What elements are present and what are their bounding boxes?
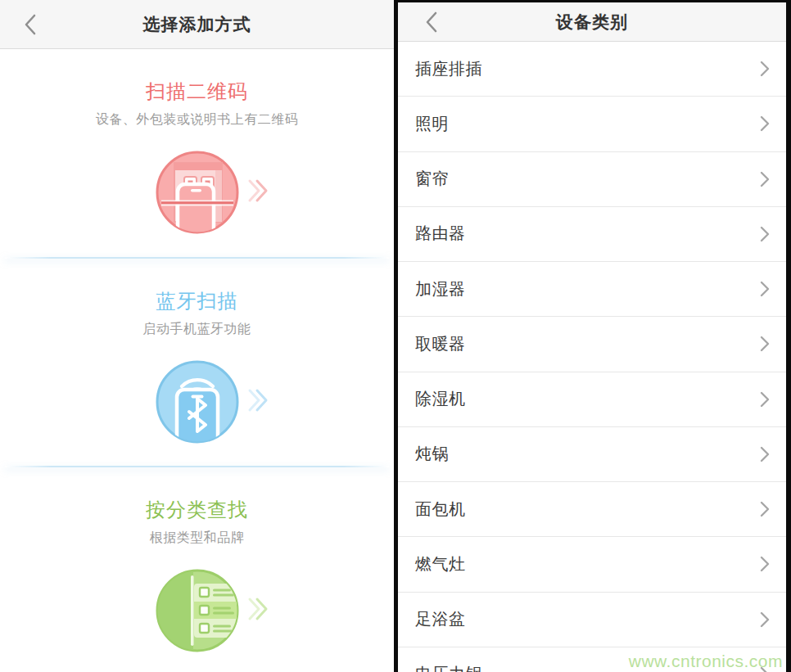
back-button[interactable] — [418, 2, 445, 41]
page-title: 选择添加方式 — [143, 13, 251, 36]
list-item-heater[interactable]: 取暖器 — [398, 317, 786, 372]
list-item-gas-stove[interactable]: 燃气灶 — [398, 537, 786, 592]
chevron-right-icon — [760, 501, 770, 517]
qr-method-subtitle: 设备、外包装或说明书上有二维码 — [96, 110, 299, 129]
list-item-dehumidifier[interactable]: 除湿机 — [398, 372, 786, 427]
device-category-list: 插座排插 照明 窗帘 路由器 — [398, 42, 786, 672]
chevron-left-icon — [424, 11, 439, 34]
item-label: 照明 — [415, 113, 449, 135]
list-item-curtain[interactable]: 窗帘 — [398, 152, 786, 207]
two-screenshot-collage: 选择添加方式 扫描二维码 设备、外包装或说明书上有二维码 — [0, 0, 791, 672]
item-label: 面包机 — [415, 498, 466, 521]
category-checklist-icon — [155, 568, 240, 653]
qr-scan-phone-icon — [155, 150, 240, 235]
item-label: 加湿器 — [415, 278, 466, 300]
item-label: 除湿机 — [415, 388, 466, 410]
chevron-right-icon — [760, 171, 770, 187]
list-item-foot-bath[interactable]: 足浴盆 — [398, 593, 786, 647]
item-label: 插座排插 — [415, 58, 482, 80]
bluetooth-method-title: 蓝牙扫描 — [156, 289, 238, 313]
item-label: 窗帘 — [415, 168, 449, 190]
list-item-humidifier[interactable]: 加湿器 — [398, 262, 786, 317]
bluetooth-icon-block[interactable] — [155, 359, 240, 444]
right-header: 设备类别 — [398, 2, 786, 42]
method-qr-scan[interactable]: 扫描二维码 设备、外包装或说明书上有二维码 — [0, 49, 394, 257]
chevron-left-icon — [23, 13, 38, 36]
item-label: 炖锅 — [415, 443, 449, 465]
list-item-bread-maker[interactable]: 面包机 — [398, 482, 786, 537]
qr-method-title: 扫描二维码 — [146, 79, 248, 104]
list-item-router[interactable]: 路由器 — [398, 207, 786, 262]
list-item-plug-strip[interactable]: 插座排插 — [398, 42, 786, 97]
site-watermark: www.cntronics.com — [629, 652, 783, 671]
item-label: 取暖器 — [415, 333, 466, 355]
screenshot-frame-right — [786, 0, 791, 672]
chevron-right-icon — [760, 115, 770, 132]
list-item-lighting[interactable]: 照明 — [398, 97, 786, 151]
chevron-right-icon — [760, 61, 770, 77]
chevron-right-icon — [760, 336, 770, 352]
qr-icon-block[interactable] — [155, 150, 240, 235]
double-chevron-right-icon — [246, 386, 269, 418]
chevron-right-icon — [760, 446, 770, 462]
page-title: 设备类别 — [556, 11, 628, 34]
chevron-right-icon — [760, 281, 770, 297]
chevron-right-icon — [760, 556, 770, 572]
category-method-title: 按分类查找 — [146, 498, 248, 522]
double-chevron-right-icon — [246, 594, 269, 627]
category-method-subtitle: 根据类型和品牌 — [150, 529, 245, 547]
bluetooth-phone-icon — [155, 359, 240, 444]
chevron-right-icon — [760, 611, 770, 628]
back-button[interactable] — [16, 0, 44, 48]
device-category-screen: 设备类别 插座排插 照明 窗帘 路由器 — [398, 2, 786, 672]
item-label: 燃气灶 — [415, 553, 466, 575]
list-item-stew-pot[interactable]: 炖锅 — [398, 427, 786, 482]
chevron-right-icon — [760, 226, 770, 242]
chevron-right-icon — [760, 391, 770, 408]
item-label: 电压力锅 — [415, 663, 482, 672]
add-method-screen: 选择添加方式 扫描二维码 设备、外包装或说明书上有二维码 — [0, 0, 394, 672]
double-chevron-right-icon — [246, 176, 269, 209]
item-label: 路由器 — [415, 223, 466, 245]
left-header: 选择添加方式 — [0, 0, 394, 49]
bluetooth-method-subtitle: 启动手机蓝牙功能 — [143, 320, 251, 338]
category-icon-block[interactable] — [155, 568, 240, 653]
item-label: 足浴盆 — [415, 608, 466, 630]
method-category-search[interactable]: 按分类查找 根据类型和品牌 — [0, 467, 394, 672]
method-bluetooth-scan[interactable]: 蓝牙扫描 启动手机蓝牙功能 — [0, 259, 394, 466]
